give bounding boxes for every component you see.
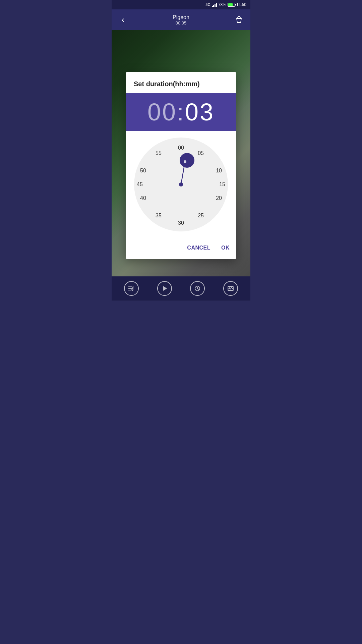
toolbar: ‹ Pigeon 00:05	[112, 9, 250, 30]
hours-display[interactable]: 00	[147, 99, 177, 125]
battery-percent: 73%	[218, 2, 226, 7]
nav-history[interactable]	[187, 278, 207, 299]
cancel-button[interactable]: CANCEL	[186, 242, 212, 254]
battery-icon	[228, 3, 235, 7]
clock-history-icon	[190, 281, 205, 296]
svg-point-2	[180, 153, 194, 168]
dialog-actions: CANCEL OK	[126, 238, 236, 259]
clock-num-00: 00	[178, 145, 184, 151]
bag-icon[interactable]	[233, 14, 245, 26]
clock-num-25: 25	[198, 213, 204, 219]
clock-time: 14:50	[236, 2, 246, 7]
clock-num-10: 10	[216, 168, 222, 174]
toolbar-title-group: Pigeon 00:05	[173, 14, 189, 25]
dialog-title: Set duration(hh:mm)	[126, 72, 236, 93]
svg-marker-7	[163, 286, 167, 291]
clock-num-50: 50	[140, 168, 146, 174]
clock-num-40: 40	[140, 195, 146, 201]
time-display-value: 00:03	[126, 100, 236, 124]
clock-face[interactable]: 00 05 10 15 20 25 30 35 40 45	[134, 138, 228, 231]
clock-num-55: 55	[156, 150, 162, 156]
clock-container: 00 05 10 15 20 25 30 35 40 45	[126, 131, 236, 238]
clock-num-30: 30	[178, 220, 184, 226]
svg-point-3	[184, 160, 186, 163]
svg-point-1	[179, 182, 183, 186]
toolbar-app-name: Pigeon	[173, 14, 189, 20]
clock-svg	[134, 138, 228, 231]
colon-display: :	[177, 99, 185, 125]
clock-num-20: 20	[216, 195, 222, 201]
ok-button[interactable]: OK	[220, 242, 231, 254]
nav-gallery[interactable]	[221, 278, 241, 299]
clock-num-15: 15	[219, 181, 225, 187]
nav-play[interactable]	[155, 278, 175, 299]
svg-point-10	[229, 287, 230, 288]
clock-num-05: 05	[198, 150, 204, 156]
back-button[interactable]: ‹	[117, 14, 129, 26]
gallery-icon	[223, 281, 238, 296]
nav-playlist[interactable]	[121, 278, 141, 299]
playlist-icon	[124, 281, 139, 296]
duration-dialog: Set duration(hh:mm) 00:03	[126, 72, 236, 259]
bottom-navigation	[112, 276, 250, 301]
clock-num-35: 35	[156, 213, 162, 219]
play-icon	[157, 281, 172, 296]
clock-num-45: 45	[137, 181, 143, 187]
dialog-overlay: Set duration(hh:mm) 00:03	[112, 30, 250, 301]
minutes-display[interactable]: 03	[185, 99, 215, 125]
network-type: 4G	[205, 3, 210, 7]
toolbar-subtitle: 00:05	[173, 20, 189, 25]
time-display-area: 00:03	[126, 93, 236, 131]
status-bar: 4G 73% 14:50	[112, 0, 250, 9]
signal-icon	[212, 2, 217, 7]
